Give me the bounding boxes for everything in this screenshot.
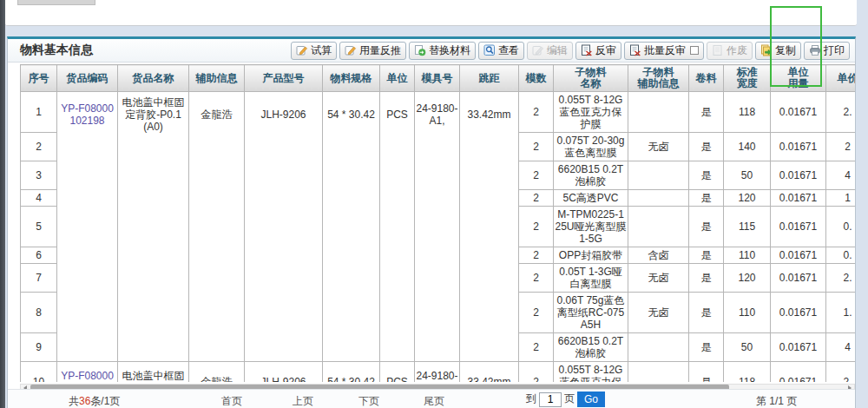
panel-header: 物料基本信息 试算用量反推替换材料查看编辑反审批量反审作废复制打印 <box>8 39 855 63</box>
cell-unit-usage: 0.01671 <box>771 161 826 190</box>
cell-sub-material-aux <box>628 92 689 133</box>
cell-mold-number-text: 24-9180-A1, <box>416 102 458 127</box>
cell-sub-material-aux <box>628 333 689 362</box>
page-number-input[interactable] <box>539 392 562 407</box>
cell-pitch: 33.42mm <box>460 92 519 362</box>
cell-roll-flag: 是 <box>689 190 724 207</box>
item-code-link[interactable]: YP-F08000102213 <box>61 370 114 382</box>
cell-product-model: JLH-9206 <box>245 92 323 362</box>
cell-standard-width: 118 <box>724 362 771 383</box>
cell-pitch-text: 33.42mm <box>467 376 510 382</box>
cell-unit-price: 4 <box>826 161 856 190</box>
cell-item-name-text: 电池盖中框固定背胶-P0.1 (A0) <box>119 96 187 133</box>
cell-unit-usage: 0.01671 <box>771 333 826 362</box>
column-header: 子物料 辅助信息 <box>628 65 689 92</box>
replace-material-button[interactable]: 替换材料 <box>409 42 476 60</box>
batch-audit-checkbox[interactable] <box>690 46 699 55</box>
cell-item-code: YP-F08000102213 <box>57 362 118 383</box>
audit-icon <box>581 44 593 56</box>
audit-icon <box>629 44 641 56</box>
cell-sub-material-aux <box>628 362 689 383</box>
edit-icon <box>532 44 544 56</box>
cell-material-spec: 54 * 30.42 <box>323 92 380 362</box>
toolbar-button-label: 试算 <box>311 43 332 58</box>
cell-unit-price: 1. <box>826 293 856 333</box>
cell-mold-number: 24-9180-A1, <box>415 362 460 383</box>
record-count: 共36条/1页 <box>69 394 120 408</box>
cell-unit-price: 2. <box>826 362 856 383</box>
cell-sub-material-name: 0.055T 8-12G蓝色亚克力保护膜 <box>554 362 628 383</box>
cell-item-name: 电池盖中框固定背胶 <box>118 362 189 383</box>
cell-sub-material-aux: 无卤 <box>628 133 689 161</box>
column-header: 子物料 名称 <box>554 65 628 92</box>
cell-mold-count: 2 <box>519 362 554 383</box>
page-title: 物料基本信息 <box>20 43 93 58</box>
copy-button[interactable]: 复制 <box>755 42 801 60</box>
toolbar-button-label: 反审 <box>595 43 616 58</box>
cell-unit-usage: 0.01671 <box>771 207 826 247</box>
cell-roll-flag: 是 <box>689 133 724 161</box>
batch-reverse-audit-button[interactable]: 批量反审 <box>624 42 704 60</box>
cell-mold-count: 2 <box>519 92 554 133</box>
materials-table: 序号货品编码货品名称辅助信息产品型号物料规格单位模具号跳距模数子物料 名称子物料… <box>20 64 855 382</box>
cell-sub-material-name: 0.075T 20-30g蓝色离型膜 <box>554 133 628 161</box>
toolbar-button-label: 批量反审 <box>644 43 686 58</box>
cell-standard-width: 50 <box>724 333 771 362</box>
column-header: 模数 <box>519 65 554 92</box>
print-button[interactable]: 打印 <box>804 42 850 60</box>
view-icon <box>483 44 496 56</box>
first-page-link[interactable]: 首页 <box>221 394 242 408</box>
next-page-link[interactable]: 下页 <box>358 394 379 408</box>
cell-seq: 6 <box>21 247 57 264</box>
column-header: 卷料 <box>689 65 724 92</box>
cell-roll-flag: 是 <box>689 92 724 133</box>
go-button[interactable]: Go <box>577 392 605 407</box>
cell-seq: 1 <box>21 92 57 133</box>
last-page-link[interactable]: 尾页 <box>424 394 444 408</box>
page-info: 第 1/1 页 <box>756 394 797 408</box>
void-icon <box>712 44 724 56</box>
cell-mold-count: 2 <box>519 133 554 161</box>
reverse-audit-button[interactable]: 反审 <box>575 42 621 60</box>
column-header: 序号 <box>21 65 57 92</box>
cell-mold-count: 2 <box>519 333 554 362</box>
cell-mold-count: 2 <box>519 293 554 333</box>
prev-page-link[interactable]: 上页 <box>293 394 313 408</box>
cell-product-model: JLH-9206 <box>245 362 323 383</box>
cell-unit-usage: 0.01671 <box>771 293 826 333</box>
cell-standard-width: 50 <box>724 161 771 190</box>
cell-product-model-text: JLH-9206 <box>260 376 306 382</box>
cell-unit-usage: 0.01671 <box>771 190 826 207</box>
item-code-link[interactable]: YP-F08000102198 <box>58 102 116 127</box>
usage-backcalc-button[interactable]: 用量反推 <box>339 42 406 60</box>
cell-unit-price: 0. <box>826 247 856 264</box>
cell-unit: PCS <box>380 362 415 383</box>
view-button[interactable]: 查看 <box>478 42 524 60</box>
cell-seq: 8 <box>21 293 57 333</box>
cell-standard-width: 120 <box>724 190 771 207</box>
toolbar-button-label: 打印 <box>824 43 845 58</box>
column-header: 辅助信息 <box>189 65 245 92</box>
materials-table-wrap: 序号货品编码货品名称辅助信息产品型号物料规格单位模具号跳距模数子物料 名称子物料… <box>20 64 855 382</box>
sidebar-edge <box>0 0 5 408</box>
cell-sub-material-aux: 含卤 <box>628 247 689 264</box>
copy-icon <box>760 44 773 56</box>
cell-unit-price: 4 <box>826 333 856 362</box>
cell-seq: 7 <box>21 264 57 293</box>
cell-mold-count: 2 <box>519 247 554 264</box>
record-count-number: 36 <box>79 395 90 407</box>
trial-calc-button[interactable]: 试算 <box>291 42 337 60</box>
cell-roll-flag: 是 <box>689 207 724 247</box>
cell-seq: 9 <box>21 333 57 362</box>
cell-sub-material-aux: 无卤 <box>628 293 689 333</box>
toolbar-button-label: 编辑 <box>547 43 568 58</box>
toolbar: 试算用量反推替换材料查看编辑反审批量反审作废复制打印 <box>291 42 850 60</box>
cell-mold-number-text: 24-9180-A1, <box>416 370 457 382</box>
cell-seq: 2 <box>21 133 57 161</box>
column-header: 物料规格 <box>323 65 380 92</box>
cell-aux-info: 金龍浩 <box>189 92 245 362</box>
cell-unit: PCS <box>380 92 415 362</box>
goto-page-group: 到页Go <box>526 392 605 407</box>
cell-aux-info-text: 金龍浩 <box>201 109 233 121</box>
toolbar-button-label: 复制 <box>775 43 796 58</box>
